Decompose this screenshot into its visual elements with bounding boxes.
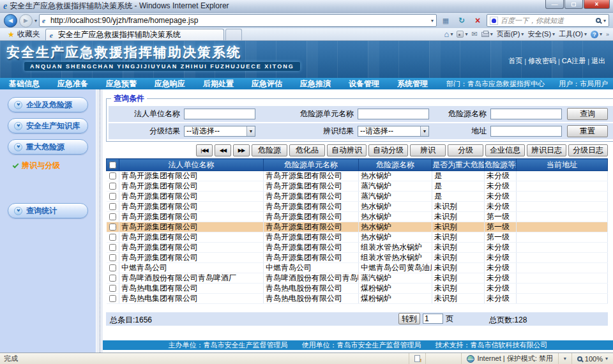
column-header-3[interactable]: 是否为重大危险源 bbox=[432, 159, 485, 171]
table-row[interactable]: 青岛热电集团有限公司青岛热电股份有限公司煤粉锅炉未识别未分级 bbox=[107, 294, 608, 304]
stop-button[interactable]: × bbox=[471, 14, 485, 27]
header-link-2[interactable]: CA注册 bbox=[561, 56, 587, 66]
header-link-1[interactable]: 修改密码 bbox=[527, 56, 557, 66]
compatibility-view-button[interactable]: ▦ bbox=[439, 14, 453, 27]
column-header-0[interactable]: 法人单位名称 bbox=[119, 159, 264, 171]
row-checkbox[interactable] bbox=[109, 264, 116, 271]
table-row[interactable]: 中燃青岛公司中燃青岛公司中燃青岛公司黄岛油库锅炉未识别未分级 bbox=[107, 263, 608, 273]
table-row[interactable]: 青岛开源集团有限公司青岛开源集团有限公司热水锅炉未识别未分级 bbox=[107, 202, 608, 212]
header-link-0[interactable]: 首页 bbox=[507, 56, 524, 66]
header-link-3[interactable]: 退出 bbox=[590, 56, 607, 66]
sidebar-item-0[interactable]: 企业及危险源 bbox=[8, 97, 88, 112]
table-row[interactable]: 青岛开源集团有限公司青岛开源集团有限公司蒸汽锅炉是未分级 bbox=[107, 192, 608, 202]
favorites-button[interactable]: ★ 收藏夹 bbox=[3, 28, 45, 40]
protected-mode-segment[interactable]: ▾ bbox=[558, 353, 571, 364]
legal-unit-name-input[interactable] bbox=[184, 109, 255, 119]
feeds-button[interactable]: ▾ bbox=[457, 31, 467, 38]
table-row[interactable]: 青岛开源集团有限公司青岛开源集团有限公司热水锅炉未识别第一级 bbox=[107, 222, 608, 232]
table-row[interactable]: 青岛开源集团有限公司青岛开源集团有限公司热水锅炉是未分级 bbox=[107, 171, 608, 181]
frame-splitter[interactable] bbox=[96, 89, 103, 353]
row-checkbox[interactable] bbox=[109, 234, 116, 241]
row-checkbox[interactable] bbox=[109, 183, 116, 190]
address-input[interactable] bbox=[490, 126, 562, 137]
sidebar-active-item[interactable]: 辨识与分级 bbox=[13, 160, 96, 171]
search-button[interactable]: 查询 bbox=[567, 108, 608, 120]
close-button[interactable]: × bbox=[584, 0, 610, 9]
pager-button-1[interactable]: ◀◀ bbox=[215, 144, 231, 156]
column-header-5[interactable]: 当前地址 bbox=[517, 159, 608, 171]
sidebar-item-2[interactable]: 重大危险源 bbox=[8, 139, 88, 155]
search-box[interactable]: 百度一下，你就知道 ▾ bbox=[487, 14, 609, 27]
history-dropdown-icon[interactable]: ▾ bbox=[34, 18, 37, 24]
menu-item-2[interactable]: 应急预警 bbox=[97, 78, 146, 89]
toolbar-button-7[interactable]: 辨识日志 bbox=[527, 144, 566, 156]
pager-button-0[interactable]: |◀◀ bbox=[196, 144, 213, 156]
search-icon[interactable] bbox=[596, 18, 601, 23]
row-checkbox[interactable] bbox=[109, 203, 116, 210]
search-dropdown-icon[interactable]: ▾ bbox=[603, 18, 606, 24]
help-button[interactable]: ?▾ bbox=[591, 31, 602, 38]
menu-item-5[interactable]: 应急评估 bbox=[243, 78, 291, 89]
refresh-button[interactable]: ↻ bbox=[455, 14, 469, 27]
menu-item-4[interactable]: 后期处置 bbox=[194, 78, 243, 89]
row-checkbox[interactable] bbox=[109, 193, 116, 200]
toolbar-button-1[interactable]: 危化品 bbox=[289, 144, 325, 156]
hazard-unit-name-input[interactable] bbox=[358, 109, 429, 119]
table-row[interactable]: 青岛热电集团有限公司青岛热电股份有限公司煤粉锅炉未识别未分级 bbox=[107, 284, 608, 294]
pager-button-2[interactable]: ▶▶ bbox=[233, 144, 250, 156]
row-checkbox[interactable] bbox=[109, 244, 116, 251]
address-bar[interactable]: e http://localhost:90/yjzh/frame/homepag… bbox=[39, 14, 437, 27]
table-row[interactable]: 青岛开源集团有限公司青岛开源集团有限公司蒸汽锅炉是未分级 bbox=[107, 181, 608, 192]
toolbar-button-0[interactable]: 危险源 bbox=[252, 144, 287, 156]
identify-result-select[interactable]: --请选择--▼ bbox=[358, 126, 429, 137]
safety-menu[interactable]: 安全(S)▾ bbox=[527, 29, 555, 39]
menu-item-8[interactable]: 系统管理 bbox=[388, 78, 437, 89]
table-row[interactable]: 青岛开源集团有限公司青岛开源集团有限公司组装水管热水锅炉未识别未分级 bbox=[107, 253, 608, 263]
table-row[interactable]: 青岛啤酒股份有限公司青岛啤酒厂青岛啤酒股份有限公司青岛啤酒厂蒸汽锅炉未识别未分级 bbox=[107, 273, 608, 284]
new-tab-button[interactable] bbox=[225, 29, 242, 40]
row-checkbox[interactable] bbox=[109, 172, 116, 179]
row-checkbox[interactable] bbox=[109, 254, 116, 261]
row-checkbox[interactable] bbox=[109, 295, 116, 302]
zoom-control[interactable]: 100% ▾ bbox=[571, 353, 613, 364]
column-header-2[interactable]: 危险源名称 bbox=[359, 159, 432, 171]
sidebar-item-1[interactable]: 安全生产知识库 bbox=[8, 118, 88, 133]
menu-item-6[interactable]: 应急推演 bbox=[291, 78, 340, 89]
menu-item-7[interactable]: 设备管理 bbox=[340, 78, 388, 89]
zoom-dropdown-icon[interactable]: ▾ bbox=[605, 356, 608, 361]
active-tab[interactable]: e 安全生产应急救援指挥辅助决策系统 bbox=[45, 29, 224, 40]
row-checkbox[interactable] bbox=[109, 275, 116, 282]
column-header-1[interactable]: 危险源单元名称 bbox=[264, 159, 359, 171]
address-dropdown-icon[interactable]: ▾ bbox=[431, 18, 434, 24]
read-mail-button[interactable]: ✉ bbox=[471, 30, 477, 38]
menu-item-1[interactable]: 应急准备 bbox=[49, 78, 97, 89]
row-checkbox[interactable] bbox=[109, 213, 116, 220]
print-button[interactable]: ▾ bbox=[481, 31, 493, 37]
overflow-chevron-icon[interactable]: » bbox=[606, 31, 609, 38]
minimize-button[interactable]: — bbox=[545, 0, 564, 9]
goto-page-button[interactable]: 转到 bbox=[398, 313, 420, 324]
reset-button[interactable]: 重置 bbox=[567, 125, 608, 137]
page-number-input[interactable] bbox=[423, 314, 443, 324]
menu-item-3[interactable]: 应急响应 bbox=[146, 78, 194, 89]
hazard-name-input[interactable] bbox=[490, 109, 562, 119]
toolbar-button-6[interactable]: 企业信息 bbox=[485, 144, 525, 156]
forward-button[interactable]: ▶ bbox=[19, 14, 33, 27]
menu-item-0[interactable]: 基础信息 bbox=[0, 78, 49, 89]
column-header-4[interactable]: 危险源等级 bbox=[485, 159, 517, 171]
toolbar-button-2[interactable]: 自动辨识 bbox=[327, 144, 367, 156]
toolbar-button-5[interactable]: 分级 bbox=[448, 144, 483, 156]
tools-menu[interactable]: 工具(O)▾ bbox=[559, 29, 587, 39]
table-row[interactable]: 青岛开源集团有限公司青岛开源集团有限公司热水锅炉未识别第一级 bbox=[107, 212, 608, 222]
table-row[interactable]: 青岛开源集团有限公司青岛开源集团有限公司热水锅炉未识别第一级 bbox=[107, 232, 608, 243]
home-button[interactable]: ⌂▾ bbox=[444, 29, 453, 39]
page-menu[interactable]: 页面(P)▾ bbox=[497, 29, 524, 39]
maximize-button[interactable] bbox=[564, 0, 583, 9]
row-checkbox[interactable] bbox=[109, 224, 116, 231]
select-all-checkbox[interactable] bbox=[109, 162, 116, 169]
toolbar-button-3[interactable]: 自动分级 bbox=[368, 144, 408, 156]
toolbar-button-4[interactable]: 辨识 bbox=[410, 144, 446, 156]
row-checkbox[interactable] bbox=[109, 285, 116, 292]
table-row[interactable]: 青岛开源集团有限公司青岛开源集团有限公司组装水管热水锅炉未识别未分级 bbox=[107, 243, 608, 253]
grading-result-select[interactable]: --请选择--▼ bbox=[184, 126, 255, 137]
